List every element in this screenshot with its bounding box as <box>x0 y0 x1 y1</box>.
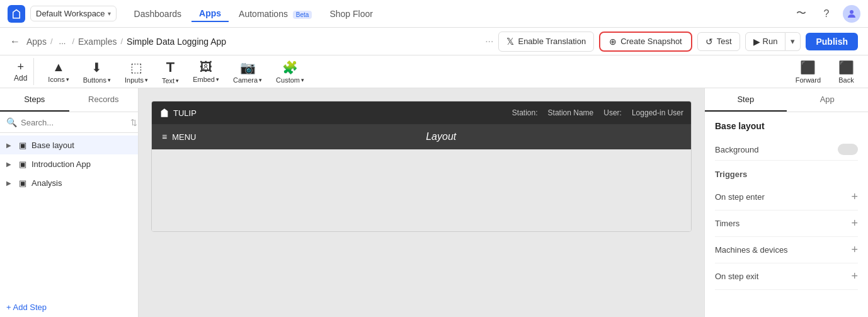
layout-icon-3: ▣ <box>18 178 28 188</box>
layout-icon: ▣ <box>18 140 28 150</box>
sort-icon[interactable]: ⇅ <box>130 118 137 127</box>
snapshot-icon: ⊕ <box>609 37 617 47</box>
translation-icon: 𝕏 <box>506 36 514 47</box>
back-nav-button[interactable]: ⬛ Back <box>832 57 860 86</box>
nav-link-automations[interactable]: Automations Beta <box>231 6 319 21</box>
nav-link-dashboards[interactable]: Dashboards <box>127 6 190 21</box>
trigger-row-3: On step exit + <box>715 263 858 290</box>
run-button-group: ▶ Run ▾ <box>745 32 801 51</box>
canvas-inner: TULIP Station: Station Name User: Logged… <box>139 88 704 317</box>
tab-records[interactable]: Records <box>69 88 139 112</box>
chevron-icon: ▶ <box>6 142 14 149</box>
breadcrumb-current: Simple Data Logging App <box>127 37 226 47</box>
right-panel-tabs: Step App <box>705 88 868 112</box>
embed-icon: 🖼 <box>200 60 212 74</box>
trigger-add-2[interactable]: + <box>851 243 858 256</box>
toolbar-buttons[interactable]: ⬇ Buttons ▾ <box>77 57 117 86</box>
enable-translation-button[interactable]: 𝕏 Enable Translation <box>498 32 594 52</box>
background-prop: Background <box>715 139 858 161</box>
nav-link-shopfloor[interactable]: Shop Floor <box>322 6 380 21</box>
breadcrumb-sep-1: / <box>50 37 53 46</box>
search-icon: 🔍 <box>6 117 17 127</box>
add-plus-icon: + <box>17 61 24 74</box>
tab-steps[interactable]: Steps <box>0 88 69 112</box>
beta-badge: Beta <box>293 11 312 19</box>
test-icon: ↺ <box>705 37 713 47</box>
chevron-icon: ▶ <box>6 180 14 187</box>
help-icon[interactable]: ? <box>818 5 835 23</box>
run-icon: ▶ <box>753 37 760 47</box>
back-button[interactable]: ← <box>10 36 20 47</box>
test-button[interactable]: ↺ Test <box>697 32 740 51</box>
toolbar-embed[interactable]: 🖼 Embed ▾ <box>186 57 226 86</box>
trigger-add-3[interactable]: + <box>851 270 858 283</box>
menu-label: MENU <box>172 132 196 142</box>
activity-icon[interactable]: 〜 <box>792 5 810 23</box>
sidebar-item-base-layout[interactable]: ▶ ▣ Base layout <box>0 135 138 154</box>
buttons-icon: ⬇ <box>91 60 102 75</box>
base-layout-title: Base layout <box>715 121 858 131</box>
trigger-row-0: On step enter + <box>715 184 858 210</box>
camera-icon: 📷 <box>240 60 256 75</box>
toolbar-inputs[interactable]: ⬚ Inputs ▾ <box>118 57 154 86</box>
workspace-label: Default Workspace <box>36 9 105 18</box>
tulip-logo[interactable] <box>8 5 25 23</box>
breadcrumb-sep-2: / <box>72 37 74 46</box>
nav-links: Dashboards Apps Automations Beta Shop Fl… <box>127 6 380 22</box>
run-button[interactable]: ▶ Run <box>745 32 786 51</box>
app-preview: TULIP Station: Station Name User: Logged… <box>151 101 692 232</box>
toolbar-items: ▲ Icons ▾ ⬇ Buttons ▾ ⬚ Inputs ▾ T Text <box>42 57 311 87</box>
user-avatar[interactable] <box>843 5 860 23</box>
preview-tulip-logo: TULIP <box>159 108 197 118</box>
user-label: User: <box>603 108 622 117</box>
toolbar-camera[interactable]: 📷 Camera ▾ <box>227 57 268 86</box>
add-label: Add <box>14 74 27 83</box>
trigger-add-1[interactable]: + <box>851 217 858 230</box>
run-chevron-button[interactable]: ▾ <box>785 32 801 51</box>
breadcrumb-apps[interactable]: Apps <box>26 37 47 47</box>
trigger-row-2: Machines & devices + <box>715 237 858 263</box>
sidebar: Steps Records 🔍 ⇅ ▶ ▣ Base layout ▶ ▣ In… <box>0 88 139 317</box>
app-preview-header: TULIP Station: Station Name User: Logged… <box>152 101 691 124</box>
breadcrumb-bar: ← Apps / ... / Examples / Simple Data Lo… <box>0 28 868 55</box>
station-label: Station: <box>512 108 538 117</box>
background-toggle[interactable] <box>838 144 858 155</box>
user-name: Logged-in User <box>632 108 683 117</box>
sidebar-tabs: Steps Records <box>0 88 138 112</box>
toolbar-icons[interactable]: ▲ Icons ▾ <box>42 57 75 86</box>
breadcrumb-more[interactable]: ... <box>57 35 69 47</box>
layout-icon-2: ▣ <box>18 159 28 169</box>
add-button[interactable]: + Add <box>8 58 34 85</box>
publish-button[interactable]: Publish <box>806 33 858 50</box>
create-snapshot-button[interactable]: ⊕ Create Snapshot <box>599 32 692 52</box>
sidebar-item-label: Introduction App <box>31 159 91 169</box>
nav-link-apps[interactable]: Apps <box>191 6 229 22</box>
breadcrumb-examples[interactable]: Examples <box>78 37 117 47</box>
breadcrumb-options-icon[interactable]: ··· <box>485 36 493 47</box>
tab-step[interactable]: Step <box>705 88 787 112</box>
trigger-add-0[interactable]: + <box>851 190 858 204</box>
top-nav: Default Workspace ▾ Dashboards Apps Auto… <box>0 0 868 28</box>
toolbar-text[interactable]: T Text ▾ <box>156 57 185 87</box>
forward-button[interactable]: ⬛ Forward <box>789 57 827 86</box>
svg-point-0 <box>850 10 854 14</box>
trigger-label-1: Timers <box>715 219 740 228</box>
text-icon: T <box>166 59 174 76</box>
sidebar-item-introduction[interactable]: ▶ ▣ Introduction App <box>0 154 138 173</box>
top-nav-right: 〜 ? <box>792 5 860 23</box>
add-step-button[interactable]: + Add Step <box>0 297 138 317</box>
sidebar-item-analysis[interactable]: ▶ ▣ Analysis <box>0 173 138 192</box>
trigger-row-1: Timers + <box>715 210 858 237</box>
layout-label: Layout <box>201 131 681 142</box>
app-preview-body <box>152 149 691 231</box>
tab-app[interactable]: App <box>787 88 869 112</box>
chevron-icon: ▶ <box>6 161 14 168</box>
toolbar-custom[interactable]: 🧩 Custom ▾ <box>270 57 311 86</box>
breadcrumb-sep-3: / <box>120 37 123 46</box>
trigger-label-0: On step enter <box>715 192 765 202</box>
search-input[interactable] <box>21 118 127 127</box>
station-info: Station: Station Name User: Logged-in Us… <box>512 108 683 117</box>
trigger-label-3: On step exit <box>715 272 758 281</box>
workspace-selector[interactable]: Default Workspace ▾ <box>30 6 117 21</box>
sidebar-items: ▶ ▣ Base layout ▶ ▣ Introduction App ▶ ▣… <box>0 133 138 297</box>
